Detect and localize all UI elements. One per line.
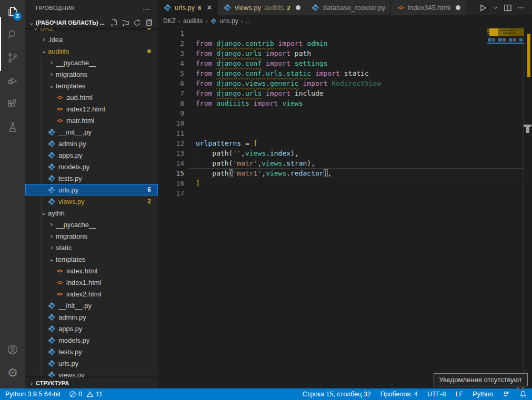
search-icon[interactable] bbox=[0, 23, 25, 46]
line-number: 6 bbox=[158, 78, 184, 88]
workspace-section-header[interactable]: ⌄ (РАБОЧАЯ ОБЛАСТЬ) ... bbox=[25, 17, 158, 28]
close-icon[interactable]: ✕ bbox=[206, 4, 212, 12]
minimap[interactable] bbox=[487, 27, 524, 388]
tree-item-migrations[interactable]: ›migrations bbox=[25, 68, 158, 80]
tree-item-migrations[interactable]: ›migrations bbox=[25, 230, 158, 242]
source-control-icon[interactable] bbox=[0, 46, 25, 69]
tree-item-models-py[interactable]: models.py bbox=[25, 161, 158, 172]
problems-item[interactable]: 0 11 bbox=[69, 391, 103, 398]
collapse-all-icon[interactable] bbox=[145, 19, 153, 27]
python-interpreter-item[interactable]: Python 3.9.5 64-bit bbox=[5, 391, 61, 398]
tree-item-views-py[interactable]: views.py2 bbox=[25, 196, 158, 207]
python-icon bbox=[47, 174, 56, 182]
tree-item-label: admin.py bbox=[58, 140, 86, 148]
tree-item-static[interactable]: ›static bbox=[25, 242, 158, 253]
tree-item-aythh[interactable]: ⌄aythh bbox=[25, 207, 158, 219]
code-token: admin bbox=[303, 39, 328, 47]
extensions-icon[interactable] bbox=[0, 93, 25, 116]
notifications-bell-icon[interactable] bbox=[519, 391, 527, 398]
breadcrumb-item[interactable]: audiiits bbox=[183, 17, 203, 25]
tree-item-views-py[interactable]: views.py bbox=[25, 369, 158, 377]
language-mode-item[interactable]: Python bbox=[473, 391, 493, 398]
tree-item-index1-html[interactable]: <>index1.html bbox=[25, 276, 158, 288]
code-editor[interactable]: 12from django.contrib import admin3from … bbox=[158, 27, 532, 388]
refresh-icon[interactable] bbox=[133, 19, 141, 27]
chevron-right-icon: › bbox=[47, 59, 56, 66]
warning-icon bbox=[86, 391, 94, 398]
tree-item-index2-html[interactable]: <>index2.html bbox=[25, 288, 158, 300]
tree-item-index12-html[interactable]: <>index12.html bbox=[25, 103, 158, 115]
code-token: index bbox=[270, 149, 290, 157]
tree-item-tests-py[interactable]: tests.py bbox=[25, 172, 158, 184]
tree-item-admin-py[interactable]: admin.py bbox=[25, 138, 158, 149]
tree-item-templates[interactable]: ⌄templates bbox=[25, 80, 158, 91]
tree-item-matr-html[interactable]: <>matr.html bbox=[25, 115, 158, 126]
tree-item--pycache-[interactable]: ›__pycache__ bbox=[25, 219, 158, 230]
breadcrumb-separator: › bbox=[178, 17, 180, 25]
tree-item-label: admin.py bbox=[58, 313, 86, 321]
new-file-icon[interactable] bbox=[110, 19, 118, 27]
cursor-position-item[interactable]: Строка 15, столбец 32 bbox=[303, 391, 371, 398]
tree-item-urls-py[interactable]: urls.py6 bbox=[25, 184, 158, 196]
sidebar-more-icon[interactable]: ... bbox=[143, 3, 150, 12]
split-editor-icon[interactable] bbox=[504, 4, 512, 12]
encoding-item[interactable]: UTF-8 bbox=[427, 391, 446, 398]
code-line: 14 path('matr',views.stran), bbox=[158, 158, 487, 168]
outline-section-header[interactable]: › СТРУКТУРА bbox=[25, 377, 158, 388]
tree-item-apps-py[interactable]: apps.py bbox=[25, 323, 158, 334]
line-number: 4 bbox=[158, 58, 184, 68]
code-line-content: from audiiits import views bbox=[196, 98, 303, 108]
testing-icon[interactable] bbox=[0, 116, 25, 139]
breadcrumb-item[interactable]: ... bbox=[246, 17, 251, 25]
line-number: 7 bbox=[158, 88, 184, 98]
code-token: views bbox=[266, 169, 286, 177]
tree-item--idea[interactable]: ›.idea bbox=[25, 34, 158, 45]
feedback-icon[interactable] bbox=[503, 391, 510, 398]
tree-item-apps-py[interactable]: apps.py bbox=[25, 149, 158, 161]
code-token bbox=[311, 69, 315, 77]
tree-item-index-html[interactable]: <>index.html bbox=[25, 265, 158, 276]
tab-views-py[interactable]: views.pyaudiiits2 bbox=[218, 0, 306, 15]
tree-item-tests-py[interactable]: tests.py bbox=[25, 346, 158, 357]
account-icon[interactable] bbox=[0, 338, 25, 361]
editor-more-icon[interactable]: ⋯ bbox=[517, 4, 525, 12]
breadcrumb-item[interactable]: DKZ bbox=[163, 17, 176, 25]
code-token: import bbox=[266, 59, 290, 67]
run-chevron-down-icon[interactable] bbox=[493, 5, 498, 11]
new-folder-icon[interactable] bbox=[122, 19, 129, 27]
code-token: from bbox=[196, 69, 216, 77]
breadcrumb-item-label: DKZ bbox=[163, 17, 176, 25]
dirty-dot-icon[interactable] bbox=[296, 5, 300, 10]
vscode-window: 3 ⚙ ПРОВОДНИК ... ⌄ (Р bbox=[0, 0, 532, 400]
run-debug-icon[interactable] bbox=[0, 69, 25, 93]
tree-item--init-py[interactable]: __init__.py bbox=[25, 300, 158, 311]
code-line-content: from django.contrib import admin bbox=[196, 38, 327, 48]
code-token: from bbox=[196, 49, 216, 57]
status-bar-right: Строка 15, столбец 32 Пробелов: 4 UTF-8 … bbox=[303, 391, 532, 398]
dirty-dot-icon[interactable] bbox=[456, 5, 460, 10]
settings-gear-icon[interactable]: ⚙ bbox=[0, 361, 25, 384]
explorer-icon[interactable]: 3 bbox=[0, 0, 25, 23]
tree-item--pycache-[interactable]: ›__pycache__ bbox=[25, 57, 158, 68]
tree-item-admin-py[interactable]: admin.py bbox=[25, 311, 158, 323]
code-token: path( bbox=[196, 149, 233, 157]
tree-item-aud-html[interactable]: <>aud.html bbox=[25, 91, 158, 103]
tree-item--init-py[interactable]: __init__.py bbox=[25, 126, 158, 138]
run-icon[interactable] bbox=[479, 4, 487, 12]
indentation-item[interactable]: Пробелов: 4 bbox=[380, 391, 418, 398]
breadcrumb-item[interactable]: urls.py bbox=[210, 17, 238, 25]
tree-item-audiiits[interactable]: ⌄audiiits bbox=[25, 45, 158, 57]
code-token: [ bbox=[254, 139, 258, 147]
tree-item-models-py[interactable]: models.py bbox=[25, 334, 158, 346]
breadcrumb-item-label: urls.py bbox=[219, 17, 238, 25]
tab-database-roouter-py[interactable]: database_roouter.py bbox=[306, 0, 392, 15]
outline-label: СТРУКТУРА bbox=[36, 380, 69, 386]
tab-urls-py[interactable]: urls.py6✕ bbox=[158, 0, 218, 15]
tab-index345-html[interactable]: <>index345.html bbox=[391, 0, 466, 15]
tree-item-urls-py[interactable]: urls.py bbox=[25, 357, 158, 369]
tree-item-templates[interactable]: ⌄templates bbox=[25, 253, 158, 265]
overview-ruler-warning-marker bbox=[527, 34, 530, 77]
breadcrumb-item-label: audiiits bbox=[183, 17, 203, 25]
eol-item[interactable]: LF bbox=[455, 391, 463, 398]
code-line: 10 bbox=[158, 118, 487, 128]
